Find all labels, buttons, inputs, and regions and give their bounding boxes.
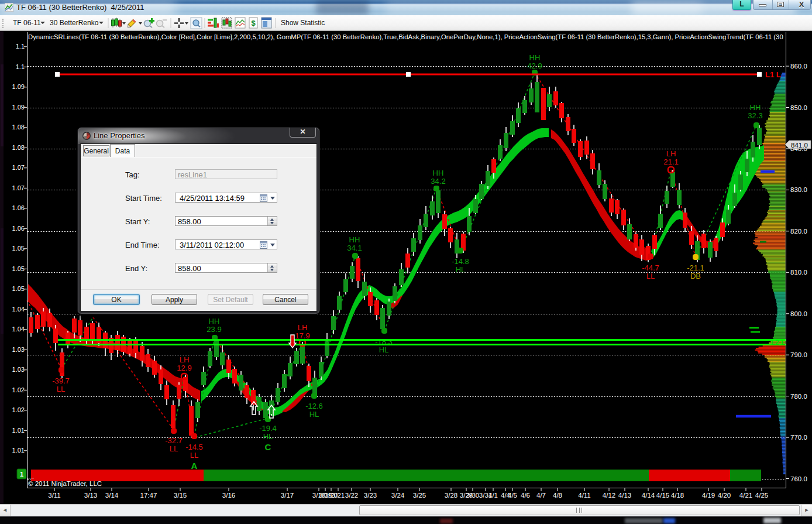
svg-text:LL: LL — [646, 272, 655, 280]
svg-text:HH: HH — [750, 103, 761, 112]
svg-text:LH: LH — [298, 323, 308, 332]
svg-text:4/12: 4/12 — [603, 492, 615, 499]
svg-text:1.04: 1.04 — [12, 326, 25, 333]
svg-text:1.06: 1.06 — [12, 204, 25, 211]
svg-text:3/13: 3/13 — [84, 492, 97, 499]
svg-text:-39.7: -39.7 — [52, 376, 70, 385]
svg-text:LH: LH — [180, 355, 190, 364]
svg-text:1.06: 1.06 — [12, 225, 25, 232]
svg-text:4/1: 4/1 — [488, 492, 498, 499]
svg-text:4/5: 4/5 — [508, 492, 517, 499]
svg-text:-14.5: -14.5 — [185, 443, 203, 451]
svg-text:3/17: 3/17 — [281, 492, 294, 499]
svg-text:820.0: 820.0 — [790, 228, 807, 235]
svg-text:HL: HL — [456, 265, 466, 274]
svg-text:3/16: 3/16 — [222, 492, 235, 499]
svg-text:LL: LL — [190, 451, 198, 460]
svg-text:HH: HH — [529, 53, 541, 62]
svg-text:4/20: 4/20 — [718, 492, 731, 499]
svg-text:1: 1 — [20, 471, 23, 478]
svg-text:C: C — [265, 442, 271, 452]
svg-text:3/22: 3/22 — [345, 492, 358, 499]
svg-text:4/14: 4/14 — [642, 492, 655, 499]
svg-text:1.1: 1.1 — [16, 43, 25, 50]
svg-text:3/14: 3/14 — [105, 492, 119, 499]
svg-text:850.0: 850.0 — [790, 104, 807, 111]
svg-text:L1 L: L1 L — [765, 70, 781, 79]
svg-text:34.2: 34.2 — [431, 177, 445, 186]
svg-text:HL: HL — [379, 345, 389, 354]
svg-text:3/21: 3/21 — [332, 492, 345, 499]
svg-text:1.09: 1.09 — [12, 83, 25, 90]
svg-text:1.08: 1.08 — [12, 124, 25, 131]
svg-text:4/8: 4/8 — [553, 492, 562, 499]
svg-text:-19.4: -19.4 — [259, 424, 277, 433]
svg-text:12.9: 12.9 — [177, 364, 191, 372]
svg-text:LH: LH — [666, 149, 676, 158]
svg-text:© 2011 NinjaTrader, LLC: © 2011 NinjaTrader, LLC — [28, 480, 102, 487]
svg-text:810.0: 810.0 — [790, 269, 807, 276]
svg-text:1.01: 1.01 — [12, 427, 25, 434]
svg-text:1.03: 1.03 — [12, 346, 25, 353]
svg-text:-32.7: -32.7 — [165, 436, 183, 445]
svg-text:800.0: 800.0 — [790, 310, 807, 317]
svg-text:LL: LL — [170, 444, 178, 453]
svg-text:-12.6: -12.6 — [305, 402, 323, 410]
svg-text:841.0: 841.0 — [791, 142, 808, 149]
svg-text:HL: HL — [263, 432, 273, 441]
svg-text:HH: HH — [209, 317, 220, 326]
svg-text:770.0: 770.0 — [790, 434, 807, 441]
svg-text:HL: HL — [309, 410, 319, 419]
svg-text:3/30: 3/30 — [466, 492, 479, 499]
svg-text:1.08: 1.08 — [12, 144, 25, 151]
svg-text:3/25: 3/25 — [413, 492, 426, 499]
svg-text:-44.7: -44.7 — [642, 263, 659, 272]
svg-text:3/11: 3/11 — [48, 492, 61, 499]
svg-text:790.0: 790.0 — [790, 351, 807, 358]
svg-text:4/7: 4/7 — [536, 492, 546, 499]
svg-text:4/6: 4/6 — [521, 492, 530, 499]
svg-text:1.04: 1.04 — [12, 306, 25, 313]
svg-text:42.9: 42.9 — [527, 61, 542, 70]
svg-text:HH: HH — [349, 235, 360, 244]
svg-text:-14.8: -14.8 — [452, 257, 469, 266]
svg-text:1.09: 1.09 — [12, 104, 25, 111]
svg-text:760.0: 760.0 — [790, 475, 807, 482]
svg-text:1.07: 1.07 — [12, 184, 25, 191]
svg-text:17.9: 17.9 — [295, 331, 309, 340]
svg-text:830.0: 830.0 — [790, 186, 807, 193]
svg-text:1.05: 1.05 — [12, 245, 25, 252]
svg-text:LL: LL — [57, 385, 65, 393]
svg-text:780.0: 780.0 — [790, 393, 807, 400]
svg-text:23.9: 23.9 — [207, 325, 221, 334]
svg-text:HH: HH — [433, 169, 444, 177]
svg-text:1.01: 1.01 — [12, 447, 25, 454]
svg-text:DynamicSRLines(TF 06-11 (30 Be: DynamicSRLines(TF 06-11 (30 BetterRenko)… — [28, 33, 812, 40]
svg-text:1.07: 1.07 — [12, 164, 25, 171]
svg-text:860.0: 860.0 — [790, 63, 807, 70]
svg-text:4/25: 4/25 — [755, 492, 768, 499]
svg-text:3/23: 3/23 — [364, 492, 377, 499]
svg-text:4/11: 4/11 — [578, 492, 591, 499]
svg-text:17:47: 17:47 — [140, 492, 157, 499]
svg-text:34.1: 34.1 — [347, 244, 362, 252]
svg-text:1.05: 1.05 — [12, 265, 25, 272]
svg-text:1.02: 1.02 — [12, 386, 25, 393]
svg-text:DB: DB — [690, 272, 701, 280]
svg-text:32.3: 32.3 — [748, 111, 762, 120]
svg-text:3/24: 3/24 — [391, 492, 405, 499]
svg-text:1.02: 1.02 — [12, 406, 25, 413]
svg-text:4/18: 4/18 — [671, 492, 684, 499]
svg-text:-21.1: -21.1 — [687, 263, 704, 272]
svg-text:4/19: 4/19 — [702, 492, 715, 499]
svg-text:1.05: 1.05 — [12, 285, 25, 292]
svg-text:1.1: 1.1 — [16, 63, 25, 70]
svg-text:1.03: 1.03 — [12, 366, 25, 373]
svg-text:21.1: 21.1 — [663, 157, 678, 166]
svg-text:3/28: 3/28 — [445, 492, 457, 499]
svg-text:4/15: 4/15 — [656, 492, 669, 499]
svg-text:3/15: 3/15 — [174, 492, 187, 499]
svg-text:L2 L: L2 L — [771, 338, 786, 347]
svg-text:4/21: 4/21 — [739, 492, 752, 499]
svg-text:A: A — [191, 461, 198, 471]
